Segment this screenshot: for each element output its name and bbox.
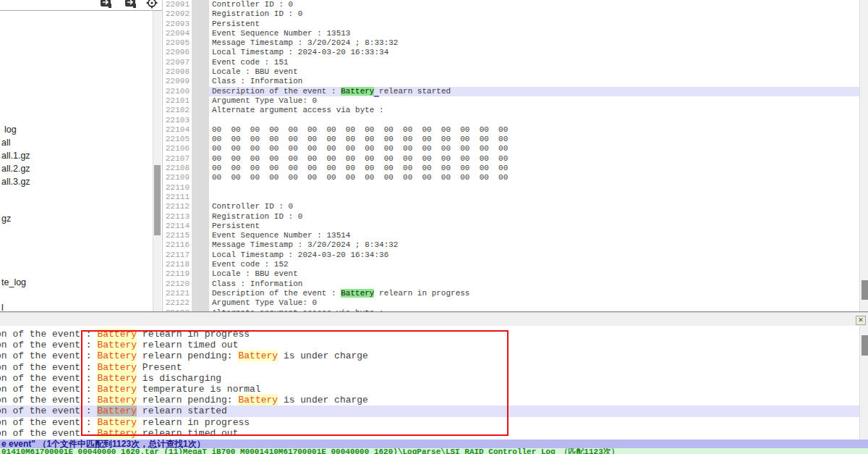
line-text: Local Timestamp : 2024-03-20 16:34:36 xyxy=(209,251,859,260)
result-row-3[interactable]: on of the event : Battery relearn pendin… xyxy=(0,350,864,361)
log-line-22106[interactable]: 2210600 00 00 00 00 00 00 00 00 00 00 00… xyxy=(163,144,859,154)
tree-item-all-3-gz[interactable]: all.3.gz xyxy=(1,177,30,188)
result-row-6[interactable]: on of the event : Battery temperature is… xyxy=(0,384,864,395)
log-line-22105[interactable]: 2210500 00 00 00 00 00 00 00 00 00 00 00… xyxy=(163,135,859,144)
tree-item-all[interactable]: all xyxy=(1,138,11,148)
log-line-22096[interactable]: 22096Local Timestamp : 2024-03-20 16:33:… xyxy=(163,48,859,57)
log-text: Event Sequence Number : 13514 xyxy=(212,231,350,240)
results-header-strip xyxy=(0,313,868,326)
log-text: 00 00 00 00 00 00 00 00 00 00 00 00 00 0… xyxy=(212,164,508,172)
log-text: is under charge xyxy=(278,395,368,405)
line-number: 22115 xyxy=(163,231,192,240)
gutter-margin xyxy=(192,106,209,115)
result-prefix: on of the event : xyxy=(0,350,97,361)
log-line-22116[interactable]: 22116Message Timestamp : 3/20/2024 ; 8:3… xyxy=(163,240,859,250)
line-text: Message Timestamp : 3/20/2024 ; 8:33:32 xyxy=(209,38,859,48)
results-scrollbar-thumb[interactable] xyxy=(861,335,868,356)
line-text xyxy=(209,183,859,193)
log-line-22093[interactable]: 22093Persistent xyxy=(163,20,859,29)
file-tree-panel[interactable]: logallall.1.gzall.2.gzall.3.gzgzte_logll… xyxy=(0,11,153,312)
result-row-2[interactable]: on of the event : Battery relearn timed … xyxy=(0,340,864,350)
line-number: 22101 xyxy=(163,96,192,106)
match-highlight: Battery xyxy=(97,417,137,428)
log-text: Alternate argument access via byte : xyxy=(212,106,384,114)
log-text: Description of the event : xyxy=(212,87,341,96)
line-text: 00 00 00 00 00 00 00 00 00 00 00 00 00 0… xyxy=(209,125,859,135)
log-text: Controller ID : 0 xyxy=(212,202,293,211)
log-line-22121[interactable]: 22121Description of the event : Battery … xyxy=(163,289,859,298)
results-scrollbar[interactable] xyxy=(859,326,868,440)
log-text: relearn in progress xyxy=(374,289,469,298)
log-editor[interactable]: 22091Controller ID : 022092Registration … xyxy=(163,0,859,312)
result-prefix: on of the event : xyxy=(0,362,97,373)
log-line-22104[interactable]: 2210400 00 00 00 00 00 00 00 00 00 00 00… xyxy=(163,125,859,135)
match-highlight: Battery xyxy=(97,329,137,340)
line-text: Registration ID : 0 xyxy=(209,9,859,19)
result-row-5[interactable]: on of the event : Battery is discharging xyxy=(0,373,864,384)
log-line-22115[interactable]: 22115Event Sequence Number : 13514 xyxy=(163,231,859,240)
line-text: Message Timestamp : 3/20/2024 ; 8:34:32 xyxy=(209,240,859,250)
log-line-22117[interactable]: 22117Local Timestamp : 2024-03-20 16:34:… xyxy=(163,251,859,260)
result-row-8[interactable]: on of the event : Battery relearn starte… xyxy=(0,405,864,416)
result-row-1[interactable]: on of the event : Battery relearn in pro… xyxy=(0,329,864,340)
gutter-margin xyxy=(192,0,209,9)
line-number: 22105 xyxy=(163,135,192,144)
line-number: 22091 xyxy=(163,0,192,9)
tree-item-all-2-gz[interactable]: all.2.gz xyxy=(1,164,30,175)
result-row-10[interactable]: on of the event : Battery relearn timed … xyxy=(0,428,864,439)
tree-item-all-1-gz[interactable]: all.1.gz xyxy=(1,151,30,161)
log-line-22098[interactable]: 22098Locale : BBU event xyxy=(163,67,859,77)
log-line-22112[interactable]: 22112Controller ID : 0 xyxy=(163,202,859,211)
search-results-panel[interactable]: on of the event : Battery relearn in pro… xyxy=(0,326,864,442)
file-tree-scrollbar-thumb[interactable] xyxy=(154,165,161,235)
gutter-margin xyxy=(192,183,209,193)
result-prefix: on of the event : xyxy=(0,340,97,350)
line-number: 22102 xyxy=(163,106,192,115)
log-text: is under charge xyxy=(278,350,368,361)
line-number: 22093 xyxy=(163,20,192,29)
result-row-7[interactable]: on of the event : Battery relearn pendin… xyxy=(0,395,864,405)
file-tree-scrollbar[interactable] xyxy=(153,11,161,312)
close-results-button[interactable]: ✕ xyxy=(856,316,866,325)
editor-scrollbar-thumb[interactable] xyxy=(861,280,868,300)
line-text: Persistent xyxy=(209,20,859,29)
log-line-22113[interactable]: 22113Registration ID : 0 xyxy=(163,212,859,222)
log-text: is discharging xyxy=(137,373,221,384)
log-line-22122[interactable]: 22122Argument Type Value: 0 xyxy=(163,298,859,308)
log-line-22119[interactable]: 22119Locale : BBU event xyxy=(163,269,859,279)
log-line-22111[interactable]: 22111 xyxy=(163,193,859,202)
log-line-22118[interactable]: 22118Event code : 152 xyxy=(163,260,859,269)
log-line-22110[interactable]: 22110 xyxy=(163,183,859,193)
log-line-22108[interactable]: 2210800 00 00 00 00 00 00 00 00 00 00 00… xyxy=(163,164,859,173)
log-line-22101[interactable]: 22101Argument Type Value: 0 xyxy=(163,96,859,106)
result-row-9[interactable]: on of the event : Battery relearn in pro… xyxy=(0,417,864,428)
tree-item-te-log[interactable]: te_log xyxy=(1,277,26,288)
log-line-22103[interactable]: 22103 xyxy=(163,116,859,125)
locate-target-icon[interactable] xyxy=(145,0,158,9)
line-text: Alternate argument access via byte : xyxy=(209,106,859,115)
log-text: 00 00 00 00 00 00 00 00 00 00 00 00 00 0… xyxy=(212,173,508,182)
log-line-22100[interactable]: 22100Description of the event : Battery … xyxy=(163,87,859,96)
log-line-22099[interactable]: 22099Class : Information xyxy=(163,77,859,86)
gutter-margin xyxy=(192,67,209,77)
log-line-22102[interactable]: 22102Alternate argument access via byte … xyxy=(163,106,859,115)
log-line-22120[interactable]: 22120Class : Information xyxy=(163,279,859,289)
log-line-22097[interactable]: 22097Event code : 151 xyxy=(163,58,859,67)
log-text: Class : Information xyxy=(212,77,302,85)
log-line-22095[interactable]: 22095Message Timestamp : 3/20/2024 ; 8:3… xyxy=(163,38,859,48)
log-line-22092[interactable]: 22092Registration ID : 0 xyxy=(163,9,859,19)
result-row-4[interactable]: on of the event : Battery Present xyxy=(0,362,864,373)
gutter-margin xyxy=(192,260,209,269)
log-line-22114[interactable]: 22114Persistent xyxy=(163,222,859,231)
tree-item-log[interactable]: log xyxy=(4,125,17,135)
log-action-icon-1[interactable] xyxy=(100,0,113,9)
log-line-22094[interactable]: 22094Event Sequence Number : 13513 xyxy=(163,29,859,38)
log-action-icon-2[interactable] xyxy=(124,0,137,9)
line-number: 22120 xyxy=(163,279,192,289)
log-line-22091[interactable]: 22091Controller ID : 0 xyxy=(163,0,859,9)
tree-item-gz[interactable]: gz xyxy=(1,214,11,224)
log-line-22109[interactable]: 2210900 00 00 00 00 00 00 00 00 00 00 00… xyxy=(163,173,859,182)
editor-scrollbar[interactable] xyxy=(859,0,868,312)
match-highlight: Battery xyxy=(97,395,137,405)
log-line-22107[interactable]: 2210700 00 00 00 00 00 00 00 00 00 00 00… xyxy=(163,154,859,164)
